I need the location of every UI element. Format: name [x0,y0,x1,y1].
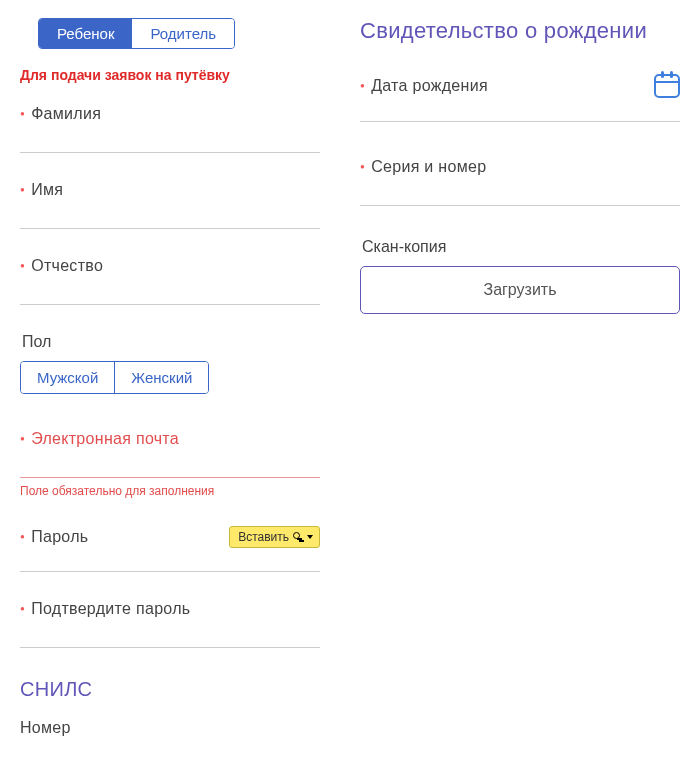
role-tabs: Ребенок Родитель [38,18,235,49]
input-name[interactable] [20,205,320,229]
label-patronymic: Отчество [20,257,320,281]
input-patronymic[interactable] [20,281,320,305]
label-password-confirm: Подтвердите пароль [20,600,320,624]
input-surname[interactable] [20,129,320,153]
input-password-confirm[interactable] [20,624,320,648]
gender-female[interactable]: Женский [114,362,208,393]
input-series-number[interactable] [360,182,680,206]
tab-child[interactable]: Ребенок [39,19,132,48]
calendar-icon[interactable] [654,74,680,98]
input-email[interactable] [20,454,320,478]
key-icon [293,532,303,542]
voucher-notice: Для подачи заявок на путёвку [20,67,320,83]
paste-label: Вставить [238,530,289,544]
label-birthdate: Дата рождения [360,77,488,95]
label-password: Пароль [20,528,88,546]
label-surname: Фамилия [20,105,320,129]
label-name: Имя [20,181,320,205]
gender-segmented: Мужской Женский [20,361,209,394]
paste-password-button[interactable]: Вставить [229,526,320,548]
upload-button[interactable]: Загрузить [360,266,680,314]
label-snils-number: Номер [20,719,320,743]
chevron-down-icon [307,535,313,539]
input-birthdate[interactable] [360,98,680,122]
tab-parent[interactable]: Родитель [132,19,234,48]
input-snils-number[interactable] [20,743,320,762]
error-email: Поле обязательно для заполнения [20,484,320,498]
label-email: Электронная почта [20,430,320,454]
birth-cert-title: Свидетельство о рождении [360,18,680,44]
gender-male[interactable]: Мужской [21,362,114,393]
input-password[interactable] [20,548,320,572]
snils-title: СНИЛС [20,678,320,701]
label-series-number: Серия и номер [360,158,680,182]
label-gender: Пол [22,333,320,351]
label-scan-copy: Скан-копия [362,238,680,256]
